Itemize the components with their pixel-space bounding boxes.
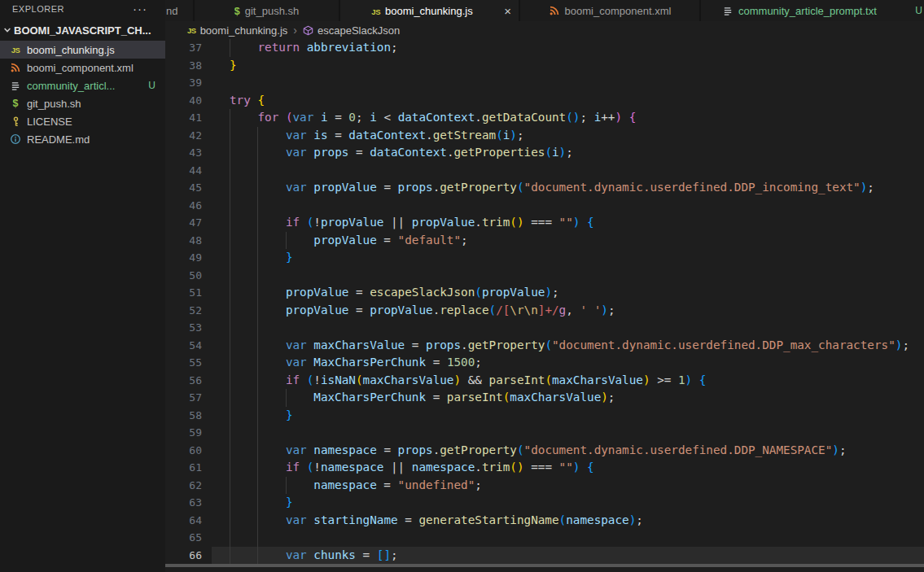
code-line[interactable]: 52 propValue = propValue.replace(/[\r\n]… xyxy=(165,302,924,320)
code-token: = xyxy=(398,513,419,526)
code-line[interactable]: 44 xyxy=(165,162,924,180)
code-token: var xyxy=(286,548,307,561)
code-token: dataContext xyxy=(370,146,447,159)
code-token: ) xyxy=(615,111,622,124)
code-line[interactable]: 59 xyxy=(165,424,924,442)
js-icon: JS xyxy=(371,5,380,17)
code-token: ; xyxy=(552,286,559,299)
code-token: dataContext xyxy=(398,111,475,124)
code-token: maxCharsValue xyxy=(510,391,601,404)
tab-nd[interactable]: nd xyxy=(165,0,193,21)
code-token xyxy=(230,478,313,491)
code-token: namespace xyxy=(412,461,475,474)
tab-boomi-component-xml[interactable]: boomi_component.xml xyxy=(520,0,699,21)
tab-community-article-prompt-txt[interactable]: community_article_prompt.txtU xyxy=(701,0,924,21)
code-line[interactable]: 65 xyxy=(165,529,924,547)
code-token xyxy=(278,111,286,124)
code-line[interactable]: 57 MaxCharsPerChunk = parseInt(maxCharsV… xyxy=(165,389,924,407)
code-line[interactable]: 53 xyxy=(165,319,924,337)
line-number: 63 xyxy=(165,494,202,512)
code-line[interactable]: 61 if (!namespace || namespace.trim() ==… xyxy=(165,459,924,477)
sidebar-item-git-push-sh[interactable]: $git_push.sh xyxy=(0,94,165,112)
line-content: namespace = "undefined"; xyxy=(230,477,482,495)
sidebar-item-community-articl-[interactable]: community_articl...U xyxy=(0,76,165,94)
code-line[interactable]: 48 propValue = "default"; xyxy=(165,232,924,250)
tab-bar: nd$git_push.shJSboomi_chunking.js×boomi_… xyxy=(165,0,924,21)
folder-root[interactable]: BOOMI_JAVASCRIPT_CH... xyxy=(0,21,165,39)
indent-guide xyxy=(257,319,258,337)
code-line[interactable]: 49 } xyxy=(165,249,924,267)
code-token: propValue xyxy=(370,303,432,317)
line-content: var startingName = generateStartingName(… xyxy=(230,512,643,530)
code-token: var xyxy=(286,443,307,456)
tab-git-push-sh[interactable]: $git_push.sh xyxy=(195,0,339,21)
tab-label: community_article_prompt.txt xyxy=(738,5,877,17)
code-token: abbreviation xyxy=(307,41,391,54)
code-line[interactable]: 38} xyxy=(165,57,924,75)
code-token: , xyxy=(566,303,580,317)
code-line[interactable]: 47 if (!propValue || propValue.trim() ==… xyxy=(165,214,924,232)
code-token xyxy=(230,303,286,317)
code-token: maxCharsValue xyxy=(313,338,405,351)
code-line[interactable]: 60 var namespace = props.getProperty("do… xyxy=(165,442,924,460)
code-token: . xyxy=(426,129,433,142)
sidebar-item-readme-md[interactable]: README.md xyxy=(0,130,165,148)
breadcrumb-symbol[interactable]: escapeSlackJson xyxy=(303,24,400,37)
shell-icon: $ xyxy=(9,98,22,109)
code-line[interactable]: 58 } xyxy=(165,407,924,425)
code-token: ; xyxy=(356,111,370,124)
code-line[interactable]: 51 propValue = escapeSlackJson(propValue… xyxy=(165,284,924,302)
code-line[interactable]: 40try { xyxy=(165,92,924,110)
code-token: ) xyxy=(601,391,608,404)
code-token xyxy=(230,443,286,456)
code-line[interactable]: 64 var startingName = generateStartingNa… xyxy=(165,512,924,530)
code-line[interactable]: 63 } xyxy=(165,494,924,512)
horizontal-scrollbar[interactable] xyxy=(165,564,924,567)
code-line[interactable]: 56 if (!isNaN(maxCharsValue) && parseInt… xyxy=(165,372,924,390)
code-token: ) xyxy=(559,146,567,159)
code-token: ! xyxy=(313,216,321,229)
code-line[interactable]: 45 var propValue = props.getProperty("do… xyxy=(165,179,924,197)
more-actions-icon[interactable]: ··· xyxy=(133,6,147,12)
code-line[interactable]: 43 var props = dataContext.getProperties… xyxy=(165,144,924,162)
code-token: () xyxy=(566,111,580,124)
line-content: if (!propValue || propValue.trim() === "… xyxy=(230,214,594,232)
line-number: 56 xyxy=(165,372,202,390)
sidebar-item-license[interactable]: LICENSE xyxy=(0,112,165,130)
code-token: "undefined" xyxy=(398,478,475,491)
tab-boomi-chunking-js[interactable]: JSboomi_chunking.js× xyxy=(340,0,519,21)
line-content: propValue = "default"; xyxy=(230,232,468,250)
code-line[interactable]: 46 xyxy=(165,197,924,215)
editor-group: nd$git_push.shJSboomi_chunking.js×boomi_… xyxy=(165,0,924,572)
line-number: 49 xyxy=(165,249,202,267)
code-line[interactable]: 50 xyxy=(165,267,924,285)
code-line[interactable]: 62 namespace = "undefined"; xyxy=(165,477,924,495)
code-line[interactable]: 55 var MaxCharsPerChunk = 1500; xyxy=(165,354,924,372)
close-icon[interactable]: × xyxy=(504,4,511,18)
code-line[interactable]: 39 xyxy=(165,74,924,92)
code-token: getDataCount xyxy=(482,111,566,124)
code-token xyxy=(230,216,286,229)
code-token: ( xyxy=(475,286,482,299)
sidebar-item-boomi-component-xml[interactable]: boomi_component.xml xyxy=(0,59,165,76)
code-token: getProperties xyxy=(453,146,545,159)
code-token: "document.dynamic.userdefined.DDP_NAMESP… xyxy=(524,443,833,456)
code-line[interactable]: 41 for (var i = 0; i < dataContext.getDa… xyxy=(165,109,924,127)
code-token xyxy=(313,111,321,124)
code-token: isNaN xyxy=(321,373,356,386)
code-token: maxCharsValue xyxy=(552,373,643,386)
untracked-badge: U xyxy=(915,5,922,16)
line-number: 47 xyxy=(165,214,202,232)
code-token: propValue xyxy=(286,286,348,299)
code-line[interactable]: 66 var chunks = []; xyxy=(165,547,924,565)
sidebar-item-boomi-chunking-js[interactable]: JSboomi_chunking.js xyxy=(0,41,165,59)
text-icon xyxy=(723,6,734,16)
code-token: 1 xyxy=(678,373,685,386)
indent-guide xyxy=(230,424,230,442)
breadcrumb-file[interactable]: JS boomi_chunking.js xyxy=(187,24,287,37)
code-line[interactable]: 37 return abbreviation; xyxy=(165,39,924,57)
code-line[interactable]: 42 var is = dataContext.getStream(i); xyxy=(165,127,924,145)
code-token: getStream xyxy=(433,129,496,142)
file-label: README.md xyxy=(27,133,90,146)
code-line[interactable]: 54 var maxCharsValue = props.getProperty… xyxy=(165,337,924,355)
